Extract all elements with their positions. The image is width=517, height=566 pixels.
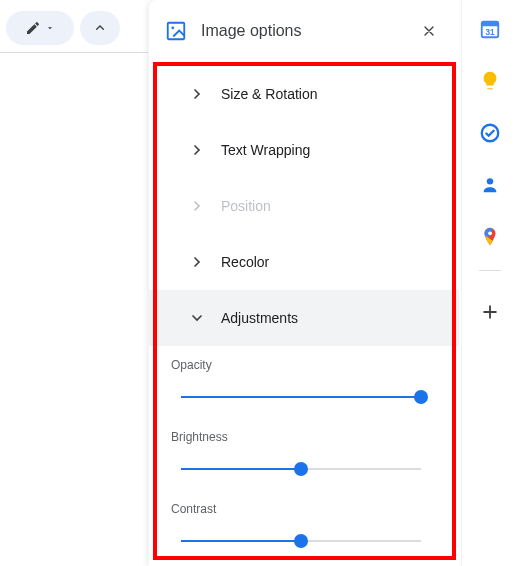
toolbar-divider [0,52,148,53]
section-adjustments[interactable]: Adjustments [149,290,459,346]
maps-icon[interactable] [479,226,501,248]
close-icon [421,23,437,39]
image-options-panel: Image options Size & Rotation Text Wrapp… [149,0,459,566]
section-recolor[interactable]: Recolor [149,234,459,290]
section-label: Recolor [221,254,269,270]
slider-thumb[interactable] [294,534,308,548]
add-icon[interactable] [479,301,501,323]
chevron-down-icon [189,310,205,326]
tasks-icon[interactable] [479,122,501,144]
pencil-icon [25,20,41,36]
brightness-slider[interactable] [181,462,421,476]
edit-mode-button[interactable] [6,11,74,45]
section-label: Text Wrapping [221,142,310,158]
opacity-slider[interactable] [181,390,421,404]
collapse-toolbar-button[interactable] [80,11,120,45]
side-panel: 31 [461,0,517,566]
calendar-icon[interactable]: 31 [479,18,501,40]
section-text-wrapping[interactable]: Text Wrapping [149,122,459,178]
chevron-right-icon [189,86,205,102]
svg-point-1 [171,26,174,29]
keep-icon[interactable] [479,70,501,92]
slider-thumb[interactable] [414,390,428,404]
contrast-label: Contrast [171,502,437,516]
close-button[interactable] [415,17,443,45]
svg-point-6 [486,178,492,184]
section-label: Position [221,198,271,214]
panel-title: Image options [201,22,401,40]
section-position: Position [149,178,459,234]
svg-text:31: 31 [485,28,495,37]
contacts-icon[interactable] [479,174,501,196]
svg-rect-0 [168,23,185,40]
svg-rect-3 [481,22,498,27]
opacity-label: Opacity [171,358,437,372]
contrast-slider[interactable] [181,534,421,548]
section-label: Size & Rotation [221,86,318,102]
chevron-up-icon [92,20,108,36]
brightness-label: Brightness [171,430,437,444]
svg-point-8 [488,232,492,236]
dropdown-icon [45,23,55,33]
side-divider [479,270,501,271]
image-icon [165,20,187,42]
slider-thumb[interactable] [294,462,308,476]
section-label: Adjustments [221,310,298,326]
section-size-rotation[interactable]: Size & Rotation [149,66,459,122]
chevron-right-icon [189,198,205,214]
chevron-right-icon [189,142,205,158]
chevron-right-icon [189,254,205,270]
